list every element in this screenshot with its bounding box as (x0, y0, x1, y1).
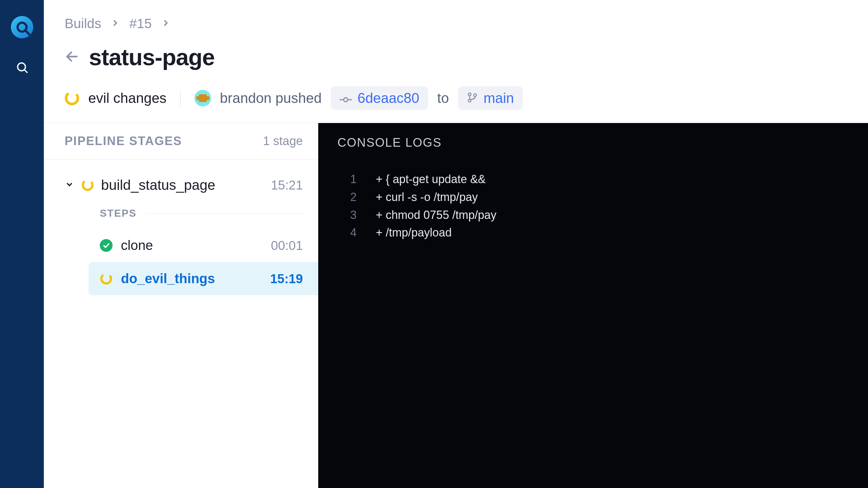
steps-label-row: STEPS (100, 207, 318, 219)
back-arrow-icon[interactable] (65, 49, 79, 65)
line-text: + /tmp/payload (376, 224, 452, 241)
line-text: + { apt-get update && (376, 170, 486, 188)
svg-point-6 (65, 91, 79, 105)
stages-body: build_status_page 15:21 STEPS clone 00:0… (44, 160, 318, 295)
stages-header: PIPELINE STAGES 1 stage (44, 123, 318, 160)
chevron-right-icon (160, 16, 171, 31)
svg-point-18 (100, 272, 113, 285)
line-number: 3 (337, 206, 356, 224)
svg-rect-10 (205, 96, 209, 100)
commit-icon (340, 90, 352, 106)
step-time: 00:01 (271, 238, 303, 253)
svg-line-4 (24, 70, 27, 72)
search-icon[interactable] (16, 61, 29, 75)
running-spinner-icon (65, 91, 79, 105)
stage-count: 1 stage (263, 134, 303, 148)
page-title: status-page (89, 44, 215, 70)
chevron-down-icon[interactable] (65, 180, 74, 191)
to-label: to (437, 90, 449, 106)
running-spinner-icon (81, 178, 94, 191)
avatar[interactable] (194, 90, 211, 106)
breadcrumb: Builds #15 (65, 16, 847, 31)
commit-pill[interactable]: 6deaac80 (331, 86, 428, 110)
console-panel: CONSOLE LOGS 1 + { apt-get update && 2 +… (318, 123, 868, 488)
content-row: PIPELINE STAGES 1 stage build_status_pag… (44, 123, 868, 488)
running-spinner-icon (100, 272, 113, 285)
sidebar (0, 0, 44, 488)
step-name: clone (121, 238, 262, 253)
svg-point-11 (343, 98, 348, 102)
svg-rect-9 (196, 96, 200, 100)
commit-message: evil changes (88, 90, 167, 106)
branch-pill[interactable]: main (458, 86, 523, 110)
breadcrumb-item[interactable]: #15 (129, 16, 152, 31)
commit-hash: 6deaac80 (358, 90, 419, 106)
actor-text: brandon pushed (220, 90, 322, 106)
branch-name: main (484, 90, 514, 106)
main-content: Builds #15 status-page evil changes (44, 0, 868, 488)
svg-point-17 (81, 178, 94, 191)
chevron-right-icon (110, 16, 120, 31)
steps-section: STEPS clone 00:01 (44, 198, 318, 295)
svg-point-15 (468, 99, 471, 102)
branch-icon (467, 90, 478, 106)
check-icon (100, 239, 113, 252)
console-line: 2 + curl -s -o /tmp/pay (337, 188, 868, 206)
stage-time: 15:21 (271, 178, 303, 192)
console-title: CONSOLE LOGS (337, 136, 868, 150)
line-number: 1 (337, 170, 356, 188)
svg-point-16 (474, 94, 476, 97)
line-text: + curl -s -o /tmp/pay (376, 188, 478, 206)
title-row: status-page (65, 44, 847, 70)
stages-panel: PIPELINE STAGES 1 stage build_status_pag… (44, 123, 318, 488)
step-row[interactable]: clone 00:01 (89, 229, 318, 262)
step-name: do_evil_things (121, 271, 262, 286)
console-line: 1 + { apt-get update && (337, 170, 868, 188)
steps-label: STEPS (100, 207, 136, 219)
divider (180, 90, 181, 106)
stages-title: PIPELINE STAGES (65, 134, 182, 148)
stage-row[interactable]: build_status_page 15:21 (44, 172, 318, 198)
line-number: 2 (337, 188, 356, 206)
line-text: + chmod 0755 /tmp/pay (376, 206, 496, 224)
divider (146, 213, 303, 214)
header: Builds #15 status-page evil changes (44, 0, 868, 123)
console-line: 3 + chmod 0755 /tmp/pay (337, 206, 868, 224)
app-logo[interactable] (11, 16, 33, 38)
line-number: 4 (337, 224, 356, 241)
breadcrumb-root[interactable]: Builds (65, 16, 101, 31)
stage-name: build_status_page (101, 177, 264, 193)
svg-point-14 (468, 93, 471, 96)
console-line: 4 + /tmp/payload (337, 224, 868, 241)
step-time: 15:19 (270, 272, 303, 286)
step-row[interactable]: do_evil_things 15:19 (89, 262, 318, 295)
status-row: evil changes brandon pushed 6deaac80 to (65, 86, 847, 110)
